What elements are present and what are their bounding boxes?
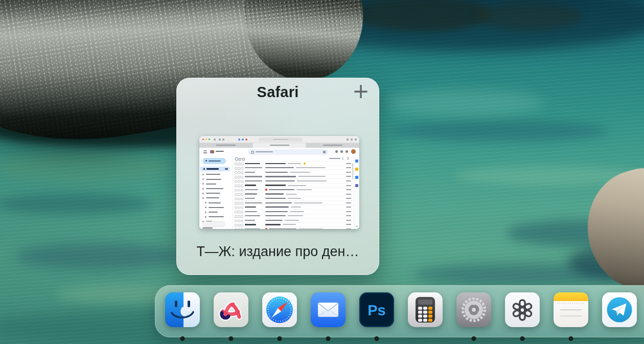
sidebar-item-bar bbox=[206, 184, 216, 185]
sidebar-item[interactable] bbox=[202, 177, 229, 181]
row-glyph bbox=[238, 189, 240, 192]
sender-bar bbox=[245, 176, 262, 177]
dock-item-mail[interactable] bbox=[311, 292, 346, 337]
sidebar-item[interactable] bbox=[205, 205, 232, 209]
snippet-bar bbox=[296, 167, 326, 168]
keep-icon[interactable] bbox=[355, 168, 358, 171]
time-bar bbox=[346, 215, 351, 216]
extension-icon bbox=[242, 139, 244, 141]
email-row[interactable] bbox=[233, 196, 354, 200]
row-glyph bbox=[241, 198, 243, 200]
subject-bar bbox=[265, 198, 286, 199]
contacts-icon[interactable] bbox=[355, 184, 358, 187]
next-page-icon bbox=[346, 157, 349, 160]
email-row[interactable] bbox=[233, 187, 354, 192]
dock-item-arc[interactable] bbox=[214, 292, 248, 337]
row-glyph bbox=[238, 171, 240, 174]
subject-bar bbox=[265, 167, 294, 168]
window-title: Т—Ж: издание про ден… bbox=[176, 244, 379, 260]
sidebar-item-icon bbox=[205, 207, 206, 208]
row-glyph bbox=[241, 167, 243, 170]
email-row[interactable] bbox=[233, 222, 354, 227]
running-indicator-dot bbox=[472, 336, 476, 341]
labels-section-bar bbox=[202, 227, 213, 228]
calendar-icon[interactable] bbox=[355, 159, 358, 163]
row-glyph bbox=[241, 171, 243, 174]
email-row[interactable] bbox=[233, 183, 354, 188]
dock-item-finder[interactable] bbox=[165, 292, 200, 337]
row-glyph bbox=[241, 180, 243, 183]
email-row[interactable] bbox=[233, 214, 354, 218]
select-checkbox[interactable] bbox=[235, 157, 238, 160]
safari-toolbar bbox=[199, 136, 359, 143]
meet-pill[interactable] bbox=[202, 221, 225, 227]
safari-window-thumbnail[interactable] bbox=[199, 136, 359, 229]
sidebar-item[interactable] bbox=[202, 173, 229, 176]
sidebar-item[interactable] bbox=[205, 215, 232, 219]
subject-bar bbox=[265, 180, 295, 181]
email-row[interactable] bbox=[233, 218, 354, 222]
dock-item-photoshop[interactable]: Ps bbox=[359, 292, 394, 337]
sidebar-item[interactable] bbox=[202, 182, 229, 186]
email-row[interactable] bbox=[233, 209, 354, 214]
row-glyph bbox=[238, 193, 240, 196]
sidebar-item[interactable] bbox=[202, 196, 229, 200]
sidebar-item[interactable] bbox=[205, 201, 232, 204]
arc-icon bbox=[214, 292, 248, 327]
shield-icon bbox=[238, 139, 240, 141]
dock-item-telegram[interactable] bbox=[602, 292, 637, 337]
email-row[interactable] bbox=[233, 170, 354, 174]
gmail-header bbox=[199, 148, 359, 156]
time-bar bbox=[346, 163, 351, 164]
dock-item-calculator[interactable] bbox=[408, 292, 443, 337]
gmail-logo bbox=[210, 150, 214, 153]
tasks-icon[interactable] bbox=[355, 176, 358, 179]
email-row[interactable] bbox=[233, 161, 354, 166]
email-row[interactable] bbox=[233, 200, 354, 205]
row-glyph bbox=[241, 176, 243, 178]
dock-item-chatgpt[interactable] bbox=[505, 292, 540, 337]
safari-tab[interactable] bbox=[199, 143, 252, 148]
sidebar-item[interactable] bbox=[202, 187, 229, 191]
time-bar bbox=[346, 211, 351, 212]
snippet-bar bbox=[288, 215, 303, 216]
safari-tab[interactable] bbox=[253, 143, 306, 148]
more-icon[interactable] bbox=[242, 158, 245, 160]
safari-tab[interactable] bbox=[306, 143, 359, 148]
snippet-bar bbox=[296, 189, 312, 190]
water-blob bbox=[388, 120, 608, 142]
sidebar-item-bar bbox=[206, 188, 223, 189]
email-row[interactable] bbox=[233, 226, 354, 229]
dock-item-notes[interactable] bbox=[554, 292, 588, 337]
email-row[interactable] bbox=[233, 192, 354, 196]
email-row[interactable] bbox=[233, 178, 354, 183]
label-chip bbox=[265, 228, 267, 229]
compose-button[interactable] bbox=[202, 158, 226, 164]
refresh-icon[interactable] bbox=[239, 158, 241, 160]
email-row[interactable] bbox=[233, 204, 354, 209]
plus-icon bbox=[356, 226, 358, 226]
email-row[interactable] bbox=[233, 166, 354, 170]
tab-title bbox=[216, 145, 236, 146]
sender-bar bbox=[245, 167, 262, 168]
dock-item-safari[interactable] bbox=[262, 292, 297, 337]
gmail-search-field[interactable] bbox=[248, 149, 329, 155]
sidebar-item-inbox-selected[interactable] bbox=[200, 167, 230, 171]
row-glyph bbox=[235, 176, 237, 178]
row-glyph bbox=[241, 202, 243, 204]
thumb-part bbox=[203, 168, 205, 170]
sidebar-item[interactable] bbox=[205, 211, 232, 214]
row-glyph bbox=[238, 180, 240, 183]
subject-bar bbox=[265, 202, 292, 203]
toolbar-glyph bbox=[355, 139, 357, 141]
sidebar-item[interactable] bbox=[202, 192, 229, 195]
new-window-button[interactable]: + bbox=[350, 79, 372, 103]
toolbar-glyph bbox=[222, 139, 224, 141]
address-field bbox=[259, 137, 303, 142]
email-row[interactable] bbox=[233, 174, 354, 179]
subject-bar bbox=[265, 220, 283, 221]
row-glyph bbox=[235, 202, 237, 204]
snippet-bar bbox=[297, 180, 327, 181]
dock-item-system-settings[interactable] bbox=[456, 292, 491, 337]
row-glyph bbox=[238, 163, 240, 165]
